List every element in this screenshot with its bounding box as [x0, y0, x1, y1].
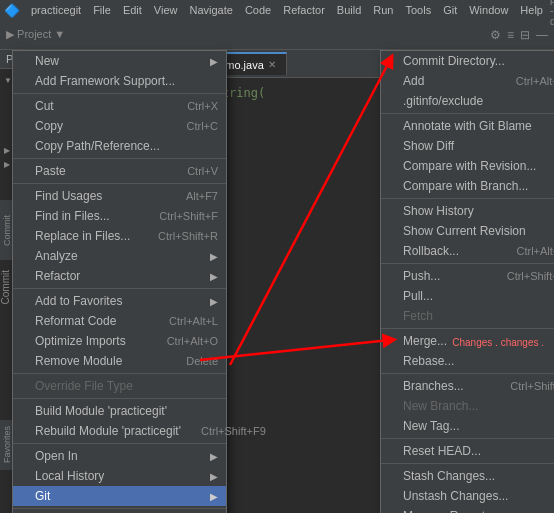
shortcut-remove: Delete — [186, 355, 218, 367]
menu-file[interactable]: File — [88, 2, 116, 18]
git-item-compare-branch[interactable]: Compare with Branch... — [381, 176, 554, 196]
menu-item-paste[interactable]: Paste Ctrl+V — [13, 161, 226, 181]
menu-item-analyze[interactable]: Analyze ▶ — [13, 246, 226, 266]
menu-item-override: Override File Type — [13, 376, 226, 396]
menu-item-new[interactable]: New ▶ — [13, 51, 226, 71]
git-item-new-tag[interactable]: New Tag... — [381, 416, 554, 436]
menu-help[interactable]: Help — [515, 2, 548, 18]
git-label-rebase: Rebase... — [403, 354, 454, 368]
git-item-show-diff[interactable]: Show Diff — [381, 136, 554, 156]
git-label-merge: Merge... — [403, 334, 447, 348]
separator-8 — [13, 508, 226, 509]
menu-label-override: Override File Type — [35, 379, 133, 393]
commit-tab-label: Commit — [2, 215, 12, 246]
menu-code[interactable]: Code — [240, 2, 276, 18]
git-item-commit-dir[interactable]: Commit Directory... — [381, 51, 554, 71]
git-label-add: Add — [403, 74, 424, 88]
menu-label-replace: Replace in Files... — [35, 229, 130, 243]
menu-window[interactable]: Window — [464, 2, 513, 18]
menu-label-local-history: Local History — [35, 469, 104, 483]
git-item-push[interactable]: Push... Ctrl+Shift+K — [381, 266, 554, 286]
git-item-branches[interactable]: Branches... Ctrl+Shift+` — [381, 376, 554, 396]
menu-item-local-history[interactable]: Local History ▶ — [13, 466, 226, 486]
git-shortcut-push: Ctrl+Shift+K — [507, 270, 554, 282]
menu-label-open-in: Open In — [35, 449, 78, 463]
git-label-blame: Annotate with Git Blame — [403, 119, 532, 133]
git-item-manage-remotes[interactable]: Manage Remotes... — [381, 506, 554, 513]
menu-run[interactable]: Run — [368, 2, 398, 18]
git-shortcut-add: Ctrl+Alt+A — [516, 75, 554, 87]
toolbar-sort-icon[interactable]: ≡ — [507, 28, 514, 42]
git-item-pull[interactable]: Pull... — [381, 286, 554, 306]
toolbar-settings-icon[interactable]: ⚙ — [490, 28, 501, 42]
menu-label-paste: Paste — [35, 164, 66, 178]
git-label-rollback: Rollback... — [403, 244, 459, 258]
git-item-merge[interactable]: Merge... — [381, 331, 554, 351]
menu-edit[interactable]: Edit — [118, 2, 147, 18]
git-sep-3 — [381, 263, 554, 264]
menu-navigate[interactable]: Navigate — [185, 2, 238, 18]
menu-label-copy: Copy — [35, 119, 63, 133]
menu-item-copy-path[interactable]: Copy Path/Reference... — [13, 136, 226, 156]
menu-label-analyze: Analyze — [35, 249, 78, 263]
git-label-push: Push... — [403, 269, 440, 283]
git-label-reset-head: Reset HEAD... — [403, 444, 481, 458]
tab-close-icon[interactable]: ✕ — [268, 59, 276, 70]
window-title: practicegit - demo.java — [550, 0, 554, 27]
git-item-show-revision[interactable]: Show Current Revision — [381, 221, 554, 241]
git-item-blame[interactable]: Annotate with Git Blame — [381, 116, 554, 136]
git-item-gitinfo[interactable]: .gitinfo/exclude — [381, 91, 554, 111]
shortcut-copy: Ctrl+C — [187, 120, 218, 132]
git-item-rebase[interactable]: Rebase... — [381, 351, 554, 371]
git-sep-4 — [381, 328, 554, 329]
menu-label-remove: Remove Module — [35, 354, 122, 368]
separator-5 — [13, 373, 226, 374]
menu-item-favorites[interactable]: Add to Favorites ▶ — [13, 291, 226, 311]
menu-item-find-files[interactable]: Find in Files... Ctrl+Shift+F — [13, 206, 226, 226]
git-item-add[interactable]: Add Ctrl+Alt+A — [381, 71, 554, 91]
menu-item-refactor[interactable]: Refactor ▶ — [13, 266, 226, 286]
tree-arrow-scratches: ▶ — [4, 160, 10, 169]
menu-build[interactable]: Build — [332, 2, 366, 18]
tree-arrow-ext: ▶ — [4, 146, 10, 155]
git-label-unstash: Unstash Changes... — [403, 489, 508, 503]
git-sep-2 — [381, 198, 554, 199]
menu-arrow-local-history: ▶ — [210, 471, 218, 482]
git-item-fetch: Fetch — [381, 306, 554, 326]
menu-item-framework[interactable]: Add Framework Support... — [13, 71, 226, 91]
favorites-tab-label: Favorites — [2, 426, 12, 463]
git-label-commit-dir: Commit Directory... — [403, 54, 505, 68]
toolbar-close-icon[interactable]: — — [536, 28, 548, 42]
git-item-reset-head[interactable]: Reset HEAD... — [381, 441, 554, 461]
menu-item-rebuild[interactable]: Rebuild Module 'practicegit' Ctrl+Shift+… — [13, 421, 226, 441]
menu-view[interactable]: View — [149, 2, 183, 18]
menu-item-replace[interactable]: Replace in Files... Ctrl+Shift+R — [13, 226, 226, 246]
shortcut-find-files: Ctrl+Shift+F — [159, 210, 218, 222]
git-item-show-history[interactable]: Show History — [381, 201, 554, 221]
menu-refactor[interactable]: Refactor — [278, 2, 330, 18]
git-item-unstash[interactable]: Unstash Changes... — [381, 486, 554, 506]
git-submenu: Commit Directory... Add Ctrl+Alt+A .giti… — [380, 50, 554, 513]
shortcut-reformat: Ctrl+Alt+L — [169, 315, 218, 327]
menu-tools[interactable]: Tools — [400, 2, 436, 18]
git-item-compare-rev[interactable]: Compare with Revision... — [381, 156, 554, 176]
commit-label[interactable]: Commit — [0, 270, 11, 304]
git-item-rollback[interactable]: Rollback... Ctrl+Alt+Z — [381, 241, 554, 261]
menu-item-git[interactable]: Git ▶ — [13, 486, 226, 506]
menu-item-reformat[interactable]: Reformat Code Ctrl+Alt+L — [13, 311, 226, 331]
separator-2 — [13, 158, 226, 159]
menu-item-open-in[interactable]: Open In ▶ — [13, 446, 226, 466]
menu-item-build[interactable]: Build Module 'practicegit' — [13, 401, 226, 421]
git-label-compare-branch: Compare with Branch... — [403, 179, 528, 193]
menu-item-remove-module[interactable]: Remove Module Delete — [13, 351, 226, 371]
toolbar-collapse-icon[interactable]: ⊟ — [520, 28, 530, 42]
menu-item-cut[interactable]: Cut Ctrl+X — [13, 96, 226, 116]
menu-practicegit[interactable]: practicegit — [26, 2, 86, 18]
menu-item-optimize[interactable]: Optimize Imports Ctrl+Alt+O — [13, 331, 226, 351]
git-item-new-branch: New Branch... — [381, 396, 554, 416]
menu-item-find-usages[interactable]: Find Usages Alt+F7 — [13, 186, 226, 206]
menu-label-copy-path: Copy Path/Reference... — [35, 139, 160, 153]
git-item-stash[interactable]: Stash Changes... — [381, 466, 554, 486]
menu-git[interactable]: Git — [438, 2, 462, 18]
menu-item-copy[interactable]: Copy Ctrl+C — [13, 116, 226, 136]
